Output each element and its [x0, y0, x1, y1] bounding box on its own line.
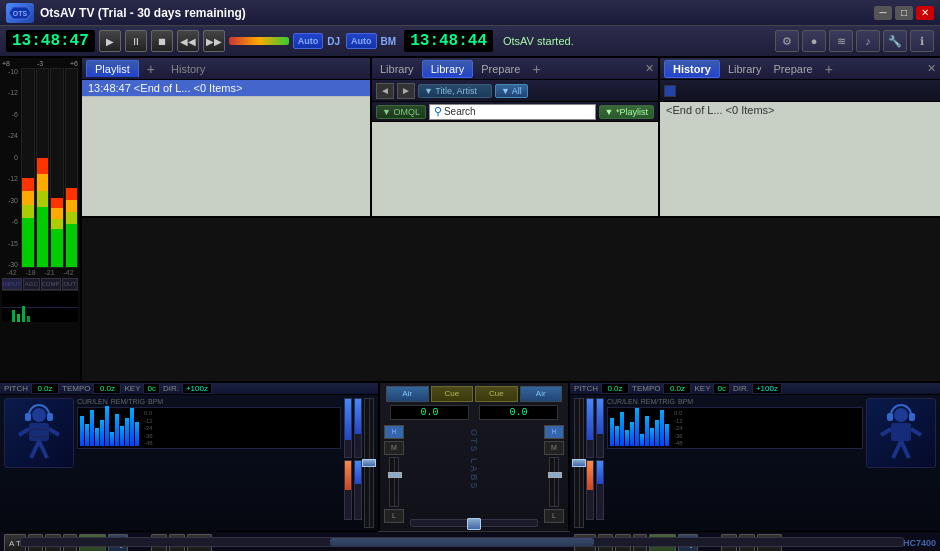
play-button[interactable]: ▶ — [99, 30, 121, 52]
key-value-right: 0c — [713, 383, 729, 394]
fader-ch1[interactable] — [344, 398, 352, 458]
window-controls: ─ □ ✕ — [874, 6, 934, 20]
info-button[interactable]: ℹ — [910, 30, 934, 52]
waveform-blip-4 — [27, 316, 30, 322]
stop-button[interactable]: ⏹ — [151, 30, 173, 52]
eq-bar-right-9 — [650, 428, 654, 446]
svg-line-4 — [31, 441, 39, 458]
fader-ch4[interactable] — [354, 460, 362, 520]
eq-bar-right-11 — [660, 410, 664, 446]
waveform-centerline — [2, 307, 78, 308]
right-deck-header: PITCH 0.0z TEMPO 0.0z KEY 0c DIR. +100z — [570, 383, 940, 395]
l-left-btn[interactable]: L — [384, 509, 404, 523]
eq-bar-6 — [105, 406, 109, 446]
fader-group-right-2 — [596, 398, 604, 520]
library-tab-add[interactable]: + — [528, 61, 544, 77]
minimize-button[interactable]: ─ — [874, 6, 892, 20]
h-right-btn[interactable]: H — [544, 425, 564, 439]
level-display-left: 0.0 — [390, 405, 469, 420]
history-indicator — [664, 85, 676, 97]
speakers-button[interactable]: ♪ — [856, 30, 880, 52]
tools-button[interactable]: 🔧 — [883, 30, 907, 52]
left-deck-faders — [344, 398, 374, 528]
crossfader-track[interactable] — [410, 519, 538, 527]
cur-len-label-right: CUR/LEN — [607, 398, 638, 405]
eq-button[interactable]: ≋ — [829, 30, 853, 52]
fader-right-ch4[interactable] — [596, 460, 604, 520]
eq-bar-right-2 — [615, 426, 619, 446]
right-fader-thumb[interactable] — [548, 472, 562, 478]
playlist-item-1[interactable]: 13:48:47 <End of L... <0 Items> — [82, 80, 370, 97]
vu-agc-btn[interactable]: AGC — [23, 278, 40, 290]
volume-slider[interactable] — [229, 37, 289, 45]
settings-button[interactable]: ⚙ — [775, 30, 799, 52]
title-artist-dropdown[interactable]: ▼ Title, Artist — [418, 84, 492, 98]
library-back-btn[interactable]: ◄ — [376, 83, 394, 99]
record-button[interactable]: ● — [802, 30, 826, 52]
pitch-thumb-left[interactable] — [362, 459, 376, 467]
vu-input-btn[interactable]: INPUT — [2, 278, 22, 290]
maximize-button[interactable]: □ — [895, 6, 913, 20]
vu-bar-3 — [50, 68, 64, 268]
horizontal-scrollbar[interactable] — [20, 537, 904, 547]
air-left-btn[interactable]: Air — [386, 386, 429, 402]
eq-bar-right-4 — [625, 430, 629, 446]
vu-bar-1 — [21, 68, 35, 268]
all-filter-btn[interactable]: ▼ All — [495, 84, 528, 98]
level-display-right: 0.0 — [479, 405, 558, 420]
right-deck-labels-row: CUR/LEN REM/TRIG BPM — [607, 398, 863, 405]
vu-label-plus8: +8 — [2, 60, 10, 67]
library-tab-right[interactable]: Library — [724, 61, 766, 77]
scrollbar-thumb[interactable] — [330, 538, 595, 546]
pitch-thumb-right[interactable] — [572, 459, 586, 467]
search-box[interactable]: ⚲ Search — [429, 104, 596, 120]
h-left-btn[interactable]: H — [384, 425, 404, 439]
playlist-filter[interactable]: ▼ *Playlist — [599, 105, 654, 119]
air-right-btn[interactable]: Air — [520, 386, 563, 402]
right-channel-fader[interactable] — [549, 457, 559, 507]
fader-ch2[interactable] — [344, 460, 352, 520]
m-left-btn[interactable]: M — [384, 441, 404, 455]
eq-bar-12 — [135, 422, 139, 446]
pause-button[interactable]: ⏸ — [125, 30, 147, 52]
fader-fill-3 — [355, 399, 361, 434]
auto-bm-badge[interactable]: Auto — [346, 33, 377, 49]
left-fader-thumb[interactable] — [388, 472, 402, 478]
history-tab-right-active[interactable]: History — [664, 60, 720, 78]
vu-out-btn[interactable]: OUT — [62, 278, 79, 290]
l-right-btn[interactable]: L — [544, 509, 564, 523]
history-tab-library[interactable]: Library — [376, 61, 418, 77]
pitch-slider-right[interactable] — [574, 398, 584, 528]
fader-right-ch2[interactable] — [586, 460, 594, 520]
svg-line-16 — [911, 429, 921, 435]
library-main-tab[interactable]: Library — [422, 60, 474, 78]
vu-comp-btn[interactable]: COMP — [41, 278, 61, 290]
pitch-slider-left[interactable] — [364, 398, 374, 528]
cue-left-btn[interactable]: Cue — [431, 386, 474, 402]
vu-scale-labels: -10 -12 -6 -24 0 -12 -30 -6 -15 -30 — [2, 68, 20, 268]
fader-ch3[interactable] — [354, 398, 362, 458]
fader-right-ch3[interactable] — [596, 398, 604, 458]
crossfader-thumb[interactable] — [467, 518, 481, 530]
prepare-tab-library[interactable]: Prepare — [477, 61, 524, 77]
library-forward-btn[interactable]: ► — [397, 83, 415, 99]
fader-right-ch1[interactable] — [586, 398, 594, 458]
level-displays: 0.0 0.0 — [380, 402, 568, 423]
left-channel-fader[interactable] — [389, 457, 399, 507]
playlist-tab[interactable]: Playlist — [86, 60, 139, 77]
cue-right-btn[interactable]: Cue — [475, 386, 518, 402]
auto-dj-badge[interactable]: Auto — [293, 33, 324, 49]
playlist-tab-add[interactable]: + — [143, 61, 159, 77]
m-right-btn[interactable]: M — [544, 441, 564, 455]
prepare-tab-right[interactable]: Prepare — [770, 61, 817, 77]
history-tab-left[interactable]: History — [171, 63, 205, 75]
close-button[interactable]: ✕ — [916, 6, 934, 20]
eq-bar-3 — [90, 410, 94, 446]
library-close-btn[interactable]: ✕ — [645, 62, 654, 75]
omql-filter[interactable]: ▼ OMQL — [376, 105, 426, 119]
right-panel-tab-add[interactable]: + — [821, 61, 837, 77]
next-button[interactable]: ▶▶ — [203, 30, 225, 52]
fader-group-2 — [354, 398, 362, 520]
right-panel-close[interactable]: ✕ — [927, 62, 936, 75]
prev-button[interactable]: ◀◀ — [177, 30, 199, 52]
